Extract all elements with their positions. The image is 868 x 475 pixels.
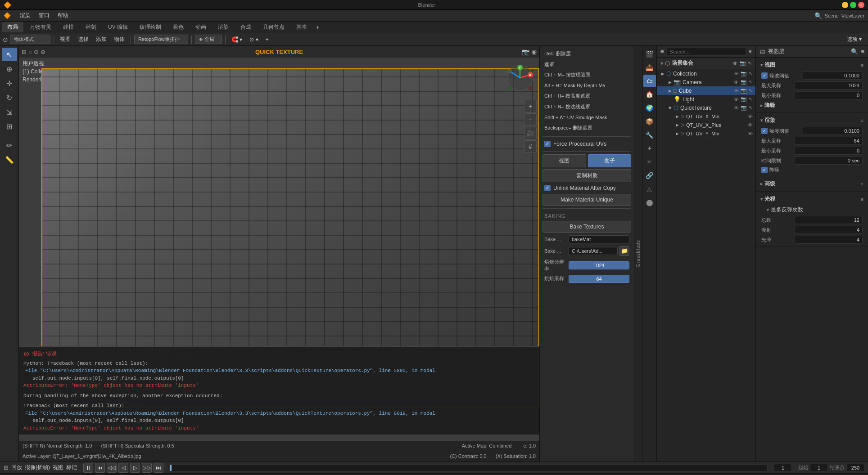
viewport-shade-icon[interactable]: ○ [28,49,32,55]
col-eye-icon[interactable]: 👁 [734,71,739,76]
view-menu[interactable]: 视图 [57,35,73,44]
bake-mat-value[interactable]: bakeMat [569,235,629,243]
render-denoise-checkbox[interactable]: ✓ [761,167,768,173]
uv-xplus-eye-icon[interactable]: 👁 [748,122,753,128]
start-frame-input[interactable] [810,464,828,472]
outliner-collection[interactable]: ▸ ⬡ Collection 👁 📷 ↖ [657,69,755,78]
cam-sel-icon[interactable]: ↖ [749,79,753,85]
light-sel-icon[interactable]: ↖ [749,96,753,102]
uv-xmin-eye-icon[interactable]: 👁 [748,114,753,119]
viewport-overlay-icon[interactable]: ⊙ [34,49,39,55]
render-menu-icon[interactable]: ≡ [861,118,863,123]
copy-material-btn[interactable]: 复制材质 [542,169,631,182]
prev-frame-btn[interactable]: ◁ [118,463,128,473]
maximize-button[interactable]: □ [850,2,856,8]
outliner-qt-uv-x-plus[interactable]: ▸ ▷ QT_UV_X_Plus 👁 [657,121,755,129]
render-icon[interactable]: ◉ [531,48,537,55]
add-menu[interactable]: 添加 [93,35,109,44]
world-props-icon[interactable]: 🌍 [643,102,656,114]
light-cam-icon[interactable]: 📷 [741,96,747,102]
rotate-tool[interactable]: ↻ [2,91,17,104]
cube-sel-icon[interactable]: ↖ [749,88,753,94]
transform-tool[interactable]: ⊞ [2,120,17,133]
view-section-header[interactable]: ▾ 视图 ≡ [760,59,864,71]
camera-view-btn[interactable]: 🎥 [524,127,537,139]
close-button[interactable]: × [858,2,864,8]
constraints-props-icon[interactable]: 🔗 [643,169,656,182]
annotate-tool[interactable]: ✏ [2,139,17,152]
cam-cam-icon[interactable]: 📷 [741,79,747,85]
particles-props-icon[interactable]: ✦ [643,142,656,155]
view-btn[interactable]: 视图 [542,154,586,167]
frame-drop-menu[interactable]: 报像(插帧) [25,464,50,471]
advanced-section-header[interactable]: ▸ 高级 ≡ [760,178,864,189]
tab-modeling[interactable]: 建模 [58,22,79,32]
current-frame-input[interactable] [774,464,792,472]
menu-window[interactable]: 窗口 [35,11,53,20]
gizmo-toggle[interactable]: ⊕ [41,49,45,55]
cube-cam-icon[interactable]: 📷 [741,88,747,94]
outliner-camera[interactable]: ▸ 📷 Camera 👁 📷 ↖ [657,78,755,86]
viewport-gizmo[interactable]: Y X [504,62,536,94]
render-min-samples-value[interactable]: 0 [795,147,863,155]
mode-switch-icon[interactable]: ⊞ [4,464,9,471]
next-key-btn[interactable]: ▷▷ [142,463,152,473]
tab-scripting[interactable]: 脚本 [291,22,312,32]
make-material-unique-btn[interactable]: Make Material Unique [542,194,631,206]
browse-folder-btn[interactable]: 📁 [619,246,629,256]
retopoflow-btn[interactable]: RetopoFlow重拓扑 [134,35,188,44]
force-procedural-checkbox[interactable]: ✓ [544,141,551,147]
scene-collection-header[interactable]: ▾ ⬡ 场景集合 👁 📷 ↖ [657,58,755,69]
outliner-light[interactable]: ▸ 💡 Light 👁 📷 ↖ [657,95,755,103]
output-props-icon[interactable]: 📤 [643,61,656,74]
select-visibility-icon[interactable]: ↖ [748,60,752,66]
jump-end-btn[interactable]: ⏭ [154,463,163,473]
qt-sel-icon[interactable]: ↖ [749,105,753,111]
bake-textures-btn[interactable]: Bake Textures [542,221,631,233]
select-tool[interactable]: ↖ [2,48,17,61]
outliner-qt-uv-x-min[interactable]: ▸ ▷ QT_UV_X_Min 👁 [657,112,755,121]
max-bounces-header[interactable]: ▾ 最多反弹次数 [760,205,864,215]
playback-menu[interactable]: 回放 [11,464,22,471]
tab-uv[interactable]: UV 编辑 [103,22,133,32]
modifier-props-icon[interactable]: 🔧 [643,129,656,141]
outliner-quicktexture[interactable]: ▾ ⬡ QuickTexture 👁 📷 ↖ [657,103,755,112]
physics-props-icon[interactable]: ⚛ [643,156,656,168]
snapping-btn[interactable]: 🧲 ▾ [229,36,245,44]
tab-mf[interactable]: 万物有灵 [24,22,57,32]
tab-rendering[interactable]: 渲染 [212,22,234,32]
object-menu[interactable]: 物体 [111,35,127,44]
minimize-button[interactable]: − [842,2,848,8]
cursor-tool[interactable]: ⊕ [2,62,17,76]
menu-render[interactable]: 渲染 [16,11,34,20]
prev-key-btn[interactable]: ◁◁ [107,463,117,473]
object-props-icon[interactable]: 📦 [643,115,656,128]
render-visibility-icon[interactable]: 📷 [740,60,746,66]
render-props-icon[interactable]: 🎬 [643,48,656,60]
zoom-in-btn[interactable]: + [524,100,537,112]
visibility-icon[interactable]: 👁 [732,60,738,67]
tab-layout[interactable]: 布局 [2,22,23,32]
view-layer-icon[interactable]: 🗂 [643,75,656,87]
scene-props-icon[interactable]: 🏠 [643,88,656,101]
scale-tool[interactable]: ⇲ [2,105,17,119]
col-cam-icon[interactable]: 📷 [741,71,747,76]
view-menu-icon[interactable]: ≡ [861,63,863,68]
outliner-search[interactable] [667,48,746,56]
noise-threshold-checkbox[interactable]: ✓ [761,72,768,79]
max-samples-value[interactable]: 1024 [795,81,863,90]
tab-sculpting[interactable]: 雕刻 [80,22,102,32]
bake-samples-value[interactable]: 64 [569,275,629,283]
unlink-material-checkbox[interactable]: ✓ [544,185,551,191]
uv-ymin-eye-icon[interactable]: 👁 [748,131,753,136]
tab-compositing[interactable]: 合成 [235,22,257,32]
cube-eye-icon[interactable]: 👁 [734,88,739,94]
view-menu-timeline[interactable]: 视图 [53,464,63,471]
cam-eye-icon[interactable]: 👁 [734,80,739,85]
end-frame-input[interactable] [846,464,864,472]
denoise-section[interactable]: ▸ 降噪 [760,100,864,111]
box-btn[interactable]: 盒子 [588,154,632,167]
render-max-samples-value[interactable]: 64 [795,137,863,145]
render-section-header[interactable]: ▾ 渲染 ≡ [760,115,864,126]
grid-btn[interactable]: # [524,140,537,153]
